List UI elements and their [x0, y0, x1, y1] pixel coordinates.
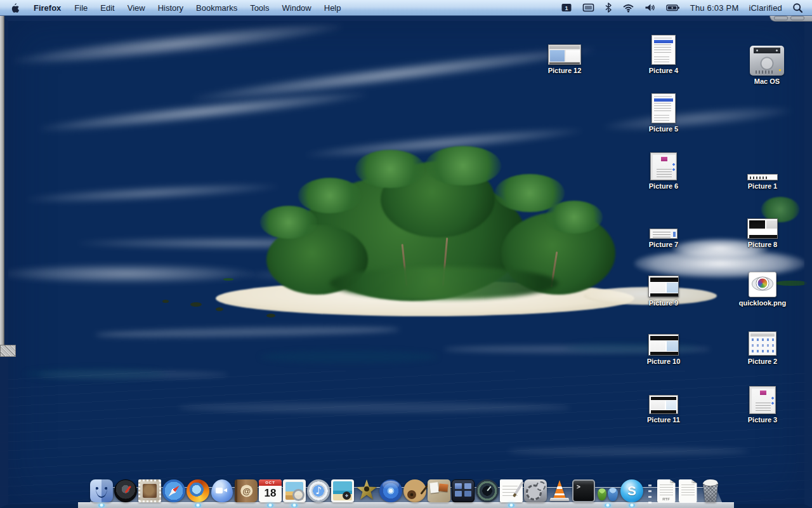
running-indicator: [605, 504, 612, 507]
desktop-icon-label: Picture 7: [649, 241, 678, 248]
clock[interactable]: Thu 6:03 PM: [685, 0, 744, 15]
garageband-icon: [403, 479, 426, 502]
menu-help[interactable]: Help: [318, 0, 348, 15]
menu-bookmarks[interactable]: Bookmarks: [190, 0, 244, 15]
desktop-icon-picture-2[interactable]: Picture 2: [733, 326, 792, 365]
battery-icon: [666, 3, 680, 13]
dock: [0, 470, 812, 508]
decoration: 1: [565, 5, 568, 11]
dock-ical[interactable]: [258, 476, 282, 502]
decoration: [627, 11, 629, 13]
desktop-icon-label: Picture 11: [647, 416, 680, 424]
file-thumbnail-wrap: [650, 210, 678, 239]
decoration: [330, 267, 558, 300]
volume-icon: [645, 3, 656, 13]
desktop-icon-quicklook-png[interactable]: quicklook.png: [733, 268, 792, 307]
dock-doc-rtf[interactable]: [655, 476, 677, 502]
desktop-icon-mac-os[interactable]: Mac OS: [738, 44, 796, 85]
skype-icon: [620, 479, 643, 502]
dock-spaces[interactable]: [451, 476, 475, 502]
dock-preview[interactable]: [282, 476, 306, 502]
volume-menu-extra[interactable]: [639, 0, 661, 15]
desktop-icon-picture-11[interactable]: Picture 11: [634, 385, 693, 424]
dock-doc-txt[interactable]: [677, 476, 698, 502]
firefox-icon: [187, 479, 209, 502]
decoration: [645, 4, 650, 11]
apple-menu[interactable]: [6, 0, 24, 15]
file-thumbnail-wrap: [649, 385, 678, 414]
dock-garageband[interactable]: [403, 476, 427, 502]
background-window-left-edge[interactable]: [0, 15, 4, 356]
dock-skype[interactable]: [620, 476, 644, 502]
app-menus: FirefoxFileEditViewHistoryBookmarksTools…: [27, 0, 348, 15]
user-menu[interactable]: iClarified: [743, 0, 787, 15]
decoration: [216, 307, 223, 311]
desktop-icon-label: Picture 9: [649, 299, 678, 307]
battery-menu-extra[interactable]: [661, 0, 685, 15]
dock-idvd[interactable]: [379, 476, 403, 502]
dock-finder[interactable]: [89, 476, 114, 502]
menu-tools[interactable]: Tools: [244, 0, 275, 15]
displays-menu-extra[interactable]: [577, 0, 599, 15]
dock-ichat[interactable]: [210, 476, 234, 502]
dock-sysprefs[interactable]: [523, 476, 547, 502]
menu-history[interactable]: History: [152, 0, 190, 15]
bluetooth-menu-extra[interactable]: [599, 0, 617, 15]
desktop-icon-picture-6[interactable]: Picture 6: [634, 151, 693, 190]
desktop-icon-picture-10[interactable]: Picture 10: [634, 326, 693, 365]
decoration: [627, 10, 629, 10]
dock-imovie[interactable]: [355, 476, 379, 502]
decoration: [585, 6, 592, 10]
desktop-icon-picture-7[interactable]: Picture 7: [634, 210, 693, 248]
dock-firefox[interactable]: [186, 476, 210, 502]
background-window-corner[interactable]: [769, 15, 812, 22]
dock-itunes[interactable]: [306, 476, 331, 502]
menu-firefox[interactable]: Firefox: [27, 0, 68, 15]
wifi-menu-extra[interactable]: [617, 0, 639, 15]
spotlight-search-icon: [792, 3, 803, 13]
dock-mail[interactable]: [138, 476, 162, 502]
running-indicator: [98, 504, 105, 507]
desktop-icon-picture-3[interactable]: Picture 3: [733, 385, 792, 424]
decoration: [266, 314, 275, 318]
decoration: [606, 3, 611, 12]
dock-terminal[interactable]: [572, 476, 596, 502]
dock-timemachine[interactable]: [475, 476, 499, 502]
dock-safari[interactable]: [162, 476, 186, 502]
spaces-indicator-icon: 1: [561, 3, 572, 13]
file-thumbnail-wrap: [548, 36, 581, 65]
dock-trash[interactable]: [698, 476, 723, 502]
window-resize-grip-icon[interactable]: [0, 345, 16, 357]
spotlight-menu-extra[interactable]: [787, 0, 808, 15]
desktop-icon-picture-12[interactable]: Picture 12: [535, 36, 594, 74]
desktop-icon-picture-4[interactable]: Picture 4: [634, 33, 693, 74]
addressbook-icon: [235, 479, 258, 502]
dock-textedit[interactable]: [499, 476, 523, 502]
dock-iphoto[interactable]: [331, 476, 355, 502]
menu-file[interactable]: File: [68, 0, 94, 15]
desktop-icon-picture-9[interactable]: Picture 9: [634, 268, 693, 307]
menu-edit[interactable]: Edit: [94, 0, 121, 15]
file-thumbnail-wrap: [652, 91, 676, 123]
dark-window-2-thumbnail-icon: [648, 334, 679, 356]
decoration: [95, 325, 400, 339]
menu-view[interactable]: View: [121, 0, 152, 15]
menu-list-thumbnail-icon: [652, 35, 676, 65]
doc-txt-icon: [679, 479, 697, 502]
dock-msn[interactable]: [596, 476, 620, 502]
desktop-icon-picture-1[interactable]: Picture 1: [733, 151, 792, 190]
spaces-icon: [452, 479, 475, 502]
spaces-menu-extra[interactable]: 1: [556, 0, 577, 15]
mail-icon: [138, 479, 161, 502]
vlc-icon: [548, 479, 571, 502]
finder-icon: [90, 479, 113, 502]
desktop-icon-picture-8[interactable]: Picture 8: [733, 210, 792, 248]
desktop-wallpaper[interactable]: Picture 12Picture 4Mac OSPicture 5Pictur…: [0, 15, 812, 508]
dock-iweb[interactable]: [427, 476, 451, 502]
desktop-icon-picture-5[interactable]: Picture 5: [634, 91, 693, 133]
dock-vlc[interactable]: [547, 476, 572, 502]
dock-dashboard[interactable]: [114, 476, 138, 502]
dock-addressbook[interactable]: [234, 476, 258, 502]
menu-window[interactable]: Window: [276, 0, 318, 15]
user-menu-text: iClarified: [749, 3, 782, 13]
